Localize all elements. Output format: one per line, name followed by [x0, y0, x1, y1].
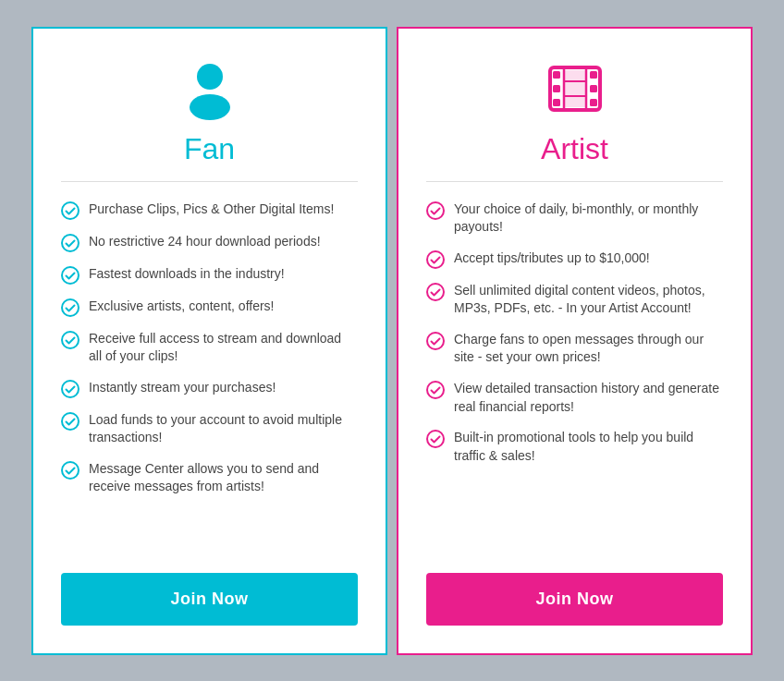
fan-join-button[interactable]: Join Now: [61, 573, 358, 626]
svg-point-0: [197, 64, 223, 90]
artist-icon: [543, 56, 607, 121]
svg-rect-12: [553, 85, 560, 92]
fan-feature-text: Load funds to your account to avoid mult…: [89, 411, 358, 447]
svg-point-25: [427, 333, 444, 349]
fan-feature-text: Exclusive artists, content, offers!: [89, 298, 275, 316]
artist-feature-text: Built-in promotional tools to help you b…: [454, 429, 723, 465]
artist-feature-item: Your choice of daily, bi-monthly, or mon…: [426, 201, 723, 237]
fan-check-icon: [61, 266, 80, 285]
fan-icon: [178, 56, 242, 121]
fan-feature-text: Purchase Clips, Pics & Other Digital Ite…: [89, 201, 334, 219]
svg-point-9: [62, 462, 79, 479]
artist-feature-item: Charge fans to open messages through our…: [426, 331, 723, 367]
fan-feature-item: Purchase Clips, Pics & Other Digital Ite…: [61, 201, 358, 220]
fan-feature-item: Receive full access to stream and downlo…: [61, 330, 358, 366]
artist-check-icon: [426, 381, 445, 399]
svg-point-26: [427, 382, 444, 398]
fan-feature-text: Fastest downloads in the industry!: [89, 265, 285, 284]
svg-rect-16: [590, 99, 597, 106]
fan-feature-text: Message Center allows you to send and re…: [89, 460, 358, 496]
artist-divider: [426, 181, 723, 182]
artist-features-list: Your choice of daily, bi-monthly, or mon…: [426, 201, 723, 554]
artist-join-button[interactable]: Join Now: [426, 573, 723, 626]
fan-feature-text: Instantly stream your purchases!: [89, 379, 276, 397]
artist-feature-text: Accept tips/tributes up to $10,000!: [454, 249, 650, 268]
fan-features-list: Purchase Clips, Pics & Other Digital Ite…: [61, 201, 358, 554]
fan-check-icon: [61, 298, 80, 317]
fan-feature-item: Fastest downloads in the industry!: [61, 265, 358, 285]
svg-rect-14: [590, 71, 597, 79]
artist-feature-item: Accept tips/tributes up to $10,000!: [426, 249, 723, 269]
fan-check-icon: [61, 234, 80, 252]
artist-check-icon: [426, 332, 445, 350]
fan-check-icon: [61, 461, 80, 480]
svg-point-23: [427, 251, 444, 268]
svg-point-3: [62, 235, 79, 251]
fan-check-icon: [61, 412, 80, 431]
fan-check-icon: [61, 201, 80, 220]
artist-check-icon: [426, 250, 445, 269]
fan-check-icon: [61, 331, 80, 349]
cards-container: Fan Purchase Clips, Pics & Other Digital…: [0, 8, 784, 674]
fan-check-icon: [61, 380, 80, 398]
fan-title: Fan: [184, 132, 235, 166]
artist-check-icon: [426, 430, 445, 448]
svg-rect-15: [590, 85, 597, 92]
svg-point-22: [427, 202, 444, 219]
fan-feature-text: Receive full access to stream and downlo…: [89, 330, 358, 366]
fan-feature-item: Message Center allows you to send and re…: [61, 460, 358, 496]
fan-feature-item: Load funds to your account to avoid mult…: [61, 411, 358, 447]
svg-point-6: [62, 332, 79, 348]
artist-feature-text: Your choice of daily, bi-monthly, or mon…: [454, 201, 723, 237]
svg-point-2: [62, 202, 79, 219]
svg-point-4: [62, 267, 79, 284]
artist-title: Artist: [541, 132, 608, 166]
artist-feature-text: View detailed transaction history and ge…: [454, 380, 723, 416]
fan-divider: [61, 181, 358, 182]
svg-point-24: [427, 284, 444, 300]
artist-feature-text: Charge fans to open messages through our…: [454, 331, 723, 367]
artist-feature-item: Built-in promotional tools to help you b…: [426, 429, 723, 465]
fan-feature-item: No restrictive 24 hour download periods!: [61, 233, 358, 252]
fan-feature-item: Exclusive artists, content, offers!: [61, 298, 358, 317]
artist-check-icon: [426, 201, 445, 220]
fan-card: Fan Purchase Clips, Pics & Other Digital…: [31, 27, 387, 655]
svg-rect-11: [553, 71, 560, 79]
fan-feature-item: Instantly stream your purchases!: [61, 379, 358, 398]
svg-point-7: [62, 381, 79, 397]
artist-feature-item: Sell unlimited digital content videos, p…: [426, 282, 723, 318]
svg-point-27: [427, 431, 444, 447]
svg-rect-17: [564, 70, 586, 107]
svg-point-1: [190, 94, 230, 120]
artist-card: Artist Your choice of daily, bi-monthly,…: [397, 27, 753, 655]
artist-feature-item: View detailed transaction history and ge…: [426, 380, 723, 416]
fan-feature-text: No restrictive 24 hour download periods!: [89, 233, 321, 251]
svg-point-8: [62, 413, 79, 430]
svg-point-5: [62, 299, 79, 316]
artist-check-icon: [426, 283, 445, 301]
svg-rect-13: [553, 99, 560, 106]
artist-feature-text: Sell unlimited digital content videos, p…: [454, 282, 723, 318]
